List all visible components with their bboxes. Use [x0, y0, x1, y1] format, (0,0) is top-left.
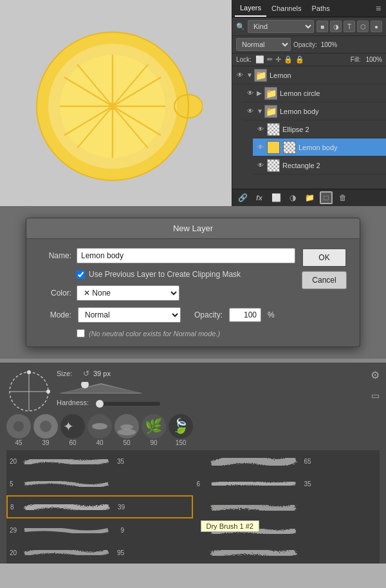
brush-stroke-item[interactable]: 8 39	[6, 495, 193, 518]
tab-layers[interactable]: Layers	[235, 0, 266, 17]
brush-preset-item[interactable]: 39	[33, 414, 58, 446]
brush-preset-item[interactable]: 🍃 150	[169, 414, 193, 446]
layer-row[interactable]: 👁 ▼ 📁 Lemon	[232, 66, 386, 84]
brush-preset-item[interactable]: 50	[115, 414, 139, 446]
kind-select[interactable]: Kind	[248, 20, 314, 33]
color-select[interactable]: ✕ None Red Orange Yellow	[77, 285, 179, 301]
lock-artboard-icon[interactable]: 🔒	[284, 55, 293, 64]
eye-icon[interactable]: 👁	[235, 70, 245, 81]
new-layer-icon[interactable]: □	[320, 191, 333, 204]
layer-row[interactable]: 👁 Ellipse 2	[253, 120, 386, 138]
lock-transparent-icon[interactable]: ⬜	[255, 55, 264, 64]
lock-all-icon[interactable]: 🔒	[295, 55, 304, 64]
brush-preset-icon-5: 🌿	[142, 414, 166, 439]
expand-arrow[interactable]: ▼	[257, 108, 264, 115]
brush-preset-item[interactable]: 40	[87, 414, 112, 446]
layer-row[interactable]: 👁 Lemon body	[253, 138, 386, 156]
brush-stroke-item[interactable]	[194, 519, 380, 541]
brush-stroke-item[interactable]	[194, 542, 380, 564]
brush-panel: Size: ↺ 39 px Hardness:	[0, 363, 386, 564]
layer-name: Lemon circle	[280, 90, 383, 97]
search-icon: 🔍	[236, 23, 245, 31]
adjust-filter-icon[interactable]: ◑	[330, 21, 342, 32]
eye-icon[interactable]: 👁	[245, 88, 255, 99]
link-layers-icon[interactable]: 🔗	[236, 191, 249, 204]
neutral-checkbox[interactable]	[77, 329, 85, 337]
new-layer-dialog: New Layer Name: Use Previous Layer to Cr…	[26, 218, 360, 347]
expand-arrow[interactable]: ▶	[257, 90, 264, 97]
brush-preset-item[interactable]: 🌿 90	[142, 414, 166, 446]
layer-thumbnail: 📁	[254, 69, 267, 82]
brush-preset-item[interactable]: 45	[6, 414, 31, 446]
lock-paint-icon[interactable]: ✏	[267, 55, 273, 64]
layer-row[interactable]: 👁 ▶ 📁 Lemon circle	[243, 84, 386, 102]
brush-preset-item[interactable]: ✦ 60	[60, 414, 85, 446]
brush-preset-icon-4	[115, 414, 139, 439]
layers-panel-menu-button[interactable]: ≡	[373, 3, 383, 14]
name-input[interactable]	[77, 248, 295, 263]
dialog-section: New Layer Name: Use Previous Layer to Cr…	[0, 206, 386, 359]
hardness-slider[interactable]	[96, 402, 160, 406]
brush-new-icon[interactable]: ▭	[371, 390, 380, 401]
color-label: Color:	[39, 289, 71, 298]
opacity-input[interactable]	[229, 308, 261, 322]
brush-stroke-item[interactable]: 20 95	[6, 542, 193, 564]
brush-stroke-item[interactable]: 29 9	[6, 519, 193, 541]
fill-value: 100%	[365, 56, 382, 63]
type-filter-icon[interactable]: T	[344, 21, 355, 32]
svg-point-27	[120, 424, 133, 430]
layers-tabs: Layers Channels Paths ≡	[232, 0, 386, 17]
clipping-mask-checkbox[interactable]	[77, 270, 85, 279]
eye-icon[interactable]: 👁	[245, 106, 255, 117]
mode-select[interactable]: Normal Multiply Screen	[78, 307, 181, 323]
tab-channels[interactable]: Channels	[266, 1, 306, 16]
ok-button[interactable]: OK	[302, 248, 347, 267]
eye-icon[interactable]: 👁	[255, 124, 266, 135]
hardness-row: Hardness:	[57, 399, 365, 406]
layer-row[interactable]: 👁 Rectangle 2	[253, 156, 386, 175]
smart-filter-icon[interactable]: ●	[371, 21, 382, 32]
layer-thumbnail	[267, 141, 280, 154]
cancel-button[interactable]: Cancel	[302, 271, 347, 289]
brush-stroke-item[interactable]: Dry Brush 1 #2	[194, 495, 380, 518]
brush-preset-num: 90	[150, 439, 157, 446]
expand-arrow[interactable]: ▼	[246, 71, 254, 79]
delete-layer-icon[interactable]: 🗑	[336, 191, 349, 204]
brush-size-hardness: Size: ↺ 39 px Hardness:	[57, 369, 365, 414]
lock-move-icon[interactable]: ✛	[275, 55, 281, 64]
new-group-icon[interactable]: 📁	[303, 191, 316, 204]
brush-num-right: 35	[299, 480, 311, 488]
brush-stroke-item[interactable]: 6 35	[194, 473, 380, 495]
brush-num-left: 8	[10, 504, 19, 511]
blend-mode-select[interactable]: Normal	[236, 38, 291, 51]
opacity-label: Opacity:	[293, 41, 317, 48]
brush-preset-num: 60	[69, 439, 76, 446]
layer-thumbnail	[267, 123, 280, 136]
brush-settings-icon[interactable]: ⚙	[371, 369, 380, 381]
brush-stroke-item[interactable]: 5	[6, 473, 193, 495]
brush-stroke-item[interactable]: 20 35	[6, 450, 193, 472]
eye-icon[interactable]: 👁	[255, 160, 266, 171]
tab-paths[interactable]: Paths	[307, 1, 335, 16]
layer-name: Ellipse 2	[282, 126, 383, 133]
pixel-filter-icon[interactable]: ■	[317, 21, 328, 32]
size-refresh-icon[interactable]: ↺	[83, 369, 89, 378]
shape-filter-icon[interactable]: ⬡	[357, 21, 369, 32]
layers-kind-row: 🔍 Kind ■ ◑ T ⬡ ●	[232, 17, 386, 36]
svg-text:🌿: 🌿	[145, 417, 163, 435]
svg-point-26	[118, 429, 136, 435]
brush-num-left: 6	[197, 480, 206, 488]
dialog-name-row: Name:	[39, 248, 295, 263]
svg-point-22	[14, 421, 24, 432]
fx-icon[interactable]: fx	[253, 191, 266, 204]
brush-stroke-item[interactable]: 65	[194, 450, 380, 472]
eye-icon[interactable]: 👁	[255, 142, 266, 153]
svg-text:🍃: 🍃	[172, 417, 190, 435]
top-section: Layers Channels Paths ≡ 🔍 Kind ■ ◑ T ⬡ ●…	[0, 0, 386, 206]
adjustment-layer-icon[interactable]: ◑	[286, 191, 299, 204]
size-value: 39 px	[93, 370, 111, 377]
layer-thumbnail: 📁	[264, 105, 277, 118]
add-mask-icon[interactable]: ⬜	[270, 191, 282, 204]
neutral-note-text: (No neutral color exists for Normal mode…	[89, 330, 220, 337]
layer-row[interactable]: 👁 ▼ 📁 Lemon body	[243, 102, 386, 120]
